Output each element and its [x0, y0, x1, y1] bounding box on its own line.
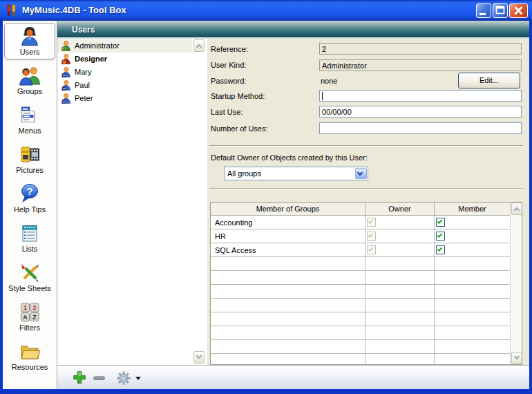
window-title: MyMusic.4DB - Tool Box — [22, 5, 126, 15]
owner-checkbox — [367, 218, 376, 227]
sidebar-item-filters[interactable]: 1 2 A Z Filters — [4, 299, 55, 335]
password-label: Password: — [211, 77, 246, 85]
sidebar-item-help-tips[interactable]: ? Help Tips — [4, 180, 55, 217]
maximize-button[interactable] — [493, 3, 508, 18]
default-owner-value: All groups — [227, 169, 261, 178]
user-icon — [61, 67, 70, 77]
empty-row — [211, 312, 510, 326]
last-use-input[interactable]: 00/00/00 — [319, 106, 522, 118]
sidebar-item-pictures[interactable]: Pictures — [4, 141, 55, 178]
window-content: Users Groups Menus Pictures ? Help Tips — [3, 21, 529, 389]
svg-text:2: 2 — [32, 304, 36, 311]
pictures-icon — [19, 143, 41, 165]
scroll-up-button[interactable] — [193, 39, 205, 52]
column-header-groups: Member of Groups — [211, 205, 365, 213]
panel-header: Users — [57, 21, 529, 39]
sidebar-item-groups[interactable]: Groups — [4, 62, 55, 99]
owner-checkbox — [367, 245, 376, 254]
settings-gear-button[interactable] — [117, 371, 131, 385]
sidebar-item-style-sheets[interactable]: Style Sheets — [4, 259, 55, 296]
user-icon: A — [61, 41, 70, 51]
user-row[interactable]: Peter — [57, 92, 192, 105]
remove-button[interactable] — [93, 376, 105, 380]
style-sheets-icon — [19, 261, 41, 283]
separator — [209, 145, 523, 147]
sidebar-item-lists[interactable]: Lists — [4, 220, 55, 256]
user-row[interactable]: A Administrator — [57, 39, 192, 53]
empty-row — [211, 326, 510, 340]
svg-text:Z: Z — [32, 314, 37, 321]
titlebar[interactable]: MyMusic.4DB - Tool Box — [0, 0, 532, 21]
user-icon: S — [61, 54, 70, 64]
user-icon — [61, 93, 70, 104]
empty-row — [211, 271, 510, 285]
combo-dropdown-button[interactable] — [355, 168, 367, 179]
lists-icon — [19, 222, 41, 244]
user-row[interactable]: S Designer — [57, 53, 192, 66]
svg-text:1: 1 — [23, 304, 27, 311]
reference-label: Reference: — [211, 45, 248, 53]
empty-row — [211, 340, 510, 354]
startup-method-label: Startup Method: — [211, 92, 265, 100]
default-owner-label: Default Owner of Objects created by this… — [211, 153, 368, 162]
table-header: Member of Groups Owner Member — [211, 203, 510, 216]
table-scrollbar[interactable] — [510, 203, 522, 364]
text-caret — [322, 92, 323, 100]
svg-text:A: A — [23, 314, 28, 321]
user-list-scrollbar[interactable] — [193, 39, 205, 364]
bottom-toolbar — [57, 365, 529, 389]
column-header-owner: Owner — [365, 203, 434, 216]
member-checkbox[interactable] — [436, 218, 445, 227]
scroll-up-button[interactable] — [511, 203, 522, 215]
scroll-down-button[interactable] — [193, 351, 205, 364]
table-body: AccountingHRSQL Access — [211, 216, 510, 365]
svg-text:S: S — [63, 60, 66, 64]
empty-row — [211, 285, 510, 299]
filters-icon: 1 2 A Z — [19, 301, 41, 323]
group-row: HR — [211, 229, 510, 243]
scroll-down-button[interactable] — [511, 352, 522, 364]
sidebar: Users Groups Menus Pictures ? Help Tips — [3, 21, 57, 389]
user-list: A Administrator S Designer Mary Paul Pet… — [57, 39, 207, 365]
add-button[interactable] — [73, 370, 86, 384]
column-header-member: Member — [434, 203, 510, 216]
member-of-groups-table: Member of Groups Owner Member Accounting… — [210, 202, 522, 365]
reference-field: 2 — [319, 43, 522, 55]
svg-text:A: A — [63, 47, 66, 51]
sidebar-item-menus[interactable]: Menus — [4, 102, 55, 138]
empty-row — [211, 299, 510, 312]
group-row: Accounting — [211, 216, 510, 229]
sidebar-item-users[interactable]: Users — [4, 23, 55, 59]
empty-row — [211, 354, 510, 365]
user-rows: A Administrator S Designer Mary Paul Pet… — [57, 39, 207, 105]
svg-text:?: ? — [26, 185, 32, 197]
users-icon — [19, 25, 41, 47]
user-icon — [61, 80, 70, 91]
help-tips-icon: ? — [19, 182, 41, 205]
sidebar-item-resources[interactable]: Resources — [4, 338, 55, 375]
last-use-label: Last Use: — [211, 108, 243, 116]
window: MyMusic.4DB - Tool Box Users Groups — [0, 0, 532, 394]
member-checkbox[interactable] — [436, 245, 445, 254]
member-checkbox[interactable] — [436, 232, 445, 241]
app-icon — [5, 3, 19, 17]
user-kind-label: User Kind: — [211, 61, 246, 69]
user-row[interactable]: Paul — [57, 79, 192, 92]
close-button[interactable] — [509, 3, 528, 18]
menus-icon — [19, 104, 41, 126]
password-edit-button[interactable]: Edit... — [458, 73, 520, 88]
user-row[interactable]: Mary — [57, 66, 192, 79]
owner-checkbox — [367, 232, 376, 241]
main-area: Users A Administrator S Designer Mary Pa… — [57, 21, 529, 389]
groups-icon — [19, 64, 41, 86]
number-of-uses-input[interactable] — [319, 122, 522, 134]
startup-method-input[interactable] — [319, 90, 522, 102]
user-detail-panel: Reference: 2 User Kind: Administrator Pa… — [207, 39, 529, 365]
default-owner-select[interactable]: All groups — [224, 167, 368, 180]
panel-header-title: Users — [72, 25, 95, 35]
minimize-button[interactable] — [476, 3, 491, 18]
number-of-uses-label: Number of Uses: — [211, 124, 268, 133]
password-value: none — [321, 77, 337, 85]
settings-dropdown-arrow[interactable] — [135, 377, 141, 380]
empty-row — [211, 257, 510, 271]
